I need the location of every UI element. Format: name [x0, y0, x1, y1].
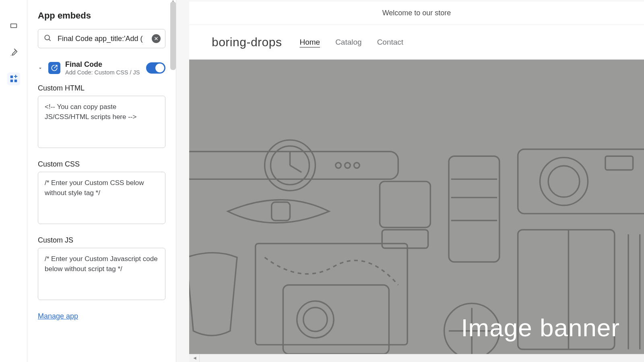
nav-link-catalog[interactable]: Catalog [335, 38, 362, 47]
banner-heading: Image banner [461, 313, 620, 342]
app-embeds-panel: ▲ App embeds Fina [27, 0, 176, 362]
app-blocks-icon [9, 74, 18, 83]
app-logo-icon [48, 62, 60, 74]
embed-subtitle: Add Code: Custom CSS / JS [65, 69, 141, 76]
embed-title: Final Code [65, 60, 141, 69]
svg-point-14 [45, 35, 50, 40]
site-header: boring-drops Home Catalog Contact [189, 25, 644, 60]
panel-scrollbar[interactable] [170, 2, 176, 70]
collapse-caret-icon[interactable] [38, 65, 43, 71]
announcement-bar: Welcome to our store [189, 2, 644, 25]
nav-link-home[interactable]: Home [299, 38, 320, 47]
embed-row-final-code: Final Code Add Code: Custom CSS / JS [38, 60, 165, 76]
svg-rect-13 [14, 80, 17, 82]
panel-body: Final Code Add Code: Custom CSS / JS Cus… [27, 29, 176, 329]
custom-html-textarea[interactable] [38, 96, 165, 148]
editor-icon-rail [0, 0, 27, 362]
preview-horiz-scrollbar[interactable]: ◄ [189, 354, 644, 362]
svg-line-15 [49, 39, 51, 41]
site-logo[interactable]: boring-drops [212, 35, 282, 49]
search-wrap [38, 29, 165, 48]
sections-rail-button[interactable] [7, 19, 20, 32]
app-embeds-rail-button[interactable] [7, 72, 20, 85]
panel-title: App embeds [27, 0, 176, 29]
svg-rect-18 [189, 60, 644, 354]
embed-enable-toggle[interactable] [146, 62, 165, 74]
custom-html-label: Custom HTML [38, 84, 165, 93]
nav-link-contact[interactable]: Contact [377, 38, 403, 47]
custom-js-label: Custom JS [38, 236, 165, 245]
theme-settings-rail-button[interactable] [7, 46, 20, 59]
paintbrush-icon [9, 48, 18, 57]
svg-rect-0 [10, 24, 17, 27]
manage-app-link[interactable]: Manage app [38, 312, 165, 321]
custom-css-textarea[interactable] [38, 172, 165, 224]
custom-js-textarea[interactable] [38, 248, 165, 300]
svg-rect-11 [10, 76, 12, 78]
banner-placeholder-pattern [189, 60, 644, 354]
search-icon [43, 34, 52, 43]
custom-css-label: Custom CSS [38, 160, 165, 169]
svg-rect-12 [10, 80, 12, 82]
preview-frame: Welcome to our store boring-drops Home C… [189, 2, 644, 362]
image-banner: Image banner [189, 60, 644, 354]
clear-search-icon[interactable] [152, 34, 161, 43]
site-nav: Home Catalog Contact [299, 38, 403, 47]
sections-icon [9, 21, 18, 30]
search-input[interactable] [38, 29, 165, 48]
storefront-preview: Welcome to our store boring-drops Home C… [176, 0, 644, 362]
